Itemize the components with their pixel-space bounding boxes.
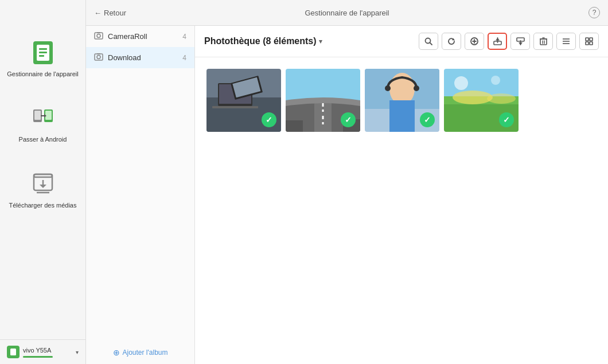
content-title: Photothèque (8 éléments) ▾: [204, 36, 414, 46]
svg-rect-19: [95, 54, 103, 60]
svg-rect-2: [39, 48, 47, 50]
svg-rect-15: [10, 349, 16, 355]
svg-point-71: [454, 76, 468, 90]
svg-point-70: [487, 93, 516, 104]
svg-rect-45: [590, 42, 593, 45]
svg-point-64: [385, 85, 391, 91]
svg-rect-50: [212, 106, 258, 108]
svg-rect-18: [97, 32, 100, 33]
svg-marker-30: [496, 38, 500, 41]
sidebar: Gestionnaire de l'appareil Passer à Andr…: [0, 0, 86, 364]
svg-rect-63: [389, 100, 415, 132]
svg-marker-33: [519, 42, 523, 45]
import-button[interactable]: [510, 33, 530, 50]
gestionnaire-label: Gestionnaire de l'appareil: [7, 70, 78, 78]
window-title: Gestionnaire de l'appareil: [305, 9, 389, 17]
svg-point-65: [414, 85, 419, 91]
album-cameraroll-count: 4: [182, 33, 186, 41]
svg-rect-3: [39, 52, 47, 53]
album-cameraroll-icon: [94, 32, 103, 41]
telecharger-label: Télécharger des médias: [9, 201, 76, 209]
refresh-button[interactable]: [442, 33, 461, 50]
svg-rect-44: [586, 42, 588, 45]
main-row: CameraRoll 4 Download 4 ⊕ Ajouter l'albu…: [86, 26, 608, 364]
sidebar-item-telecharger[interactable]: Télécharger des médias: [0, 166, 85, 214]
gestionnaire-icon: [29, 39, 57, 66]
photo-3-check: ✓: [420, 112, 435, 127]
main-content: CameraRoll 4 Download 4 ⊕ Ajouter l'albu…: [86, 26, 608, 364]
photo-item-3[interactable]: ✓: [365, 69, 439, 132]
list-view-button[interactable]: [556, 33, 576, 50]
svg-rect-4: [39, 55, 44, 57]
device-bar[interactable]: vivo Y55A ▾: [0, 339, 85, 364]
svg-rect-16: [95, 33, 103, 39]
passer-label: Passer à Android: [19, 135, 67, 143]
add-album-plus-icon: ⊕: [113, 348, 120, 357]
svg-point-17: [97, 34, 100, 38]
export-button[interactable]: [488, 33, 507, 50]
album-download-count: 4: [182, 54, 186, 62]
svg-rect-58: [286, 120, 303, 132]
delete-button[interactable]: [533, 33, 553, 50]
svg-rect-6: [34, 111, 41, 120]
title-chevron-icon: ▾: [319, 38, 322, 45]
toolbar: [419, 33, 599, 50]
sidebar-item-gestionnaire[interactable]: Gestionnaire de l'appareil: [0, 34, 85, 83]
album-panel: CameraRoll 4 Download 4 ⊕ Ajouter l'albu…: [86, 26, 195, 364]
svg-point-20: [97, 56, 100, 59]
back-arrow-icon: ←: [94, 9, 102, 17]
search-button[interactable]: [419, 33, 438, 50]
titlebar: ← Retour Gestionnaire de l'appareil ?: [86, 0, 608, 26]
telecharger-icon: [29, 170, 57, 198]
svg-marker-13: [40, 185, 46, 188]
svg-rect-53: [286, 69, 360, 100]
device-icon: [7, 346, 20, 358]
album-item-cameraroll[interactable]: CameraRoll 4: [86, 26, 194, 47]
photos-grid: ✓: [195, 57, 608, 143]
svg-rect-42: [586, 38, 588, 41]
svg-rect-21: [97, 53, 100, 54]
add-album-label: Ajouter l'album: [123, 349, 168, 357]
photo-4-check: ✓: [499, 112, 514, 127]
photo-1-check: ✓: [262, 112, 276, 127]
svg-point-69: [453, 91, 493, 104]
content-panel: Photothèque (8 éléments) ▾: [195, 26, 608, 364]
back-button[interactable]: ← Retour: [94, 9, 126, 17]
add-button[interactable]: [465, 33, 484, 50]
svg-line-23: [430, 42, 432, 45]
svg-point-72: [491, 76, 500, 85]
album-item-download[interactable]: Download 4: [86, 47, 194, 68]
svg-rect-8: [45, 111, 52, 120]
album-download-icon: [94, 53, 103, 62]
svg-rect-11: [34, 174, 52, 177]
passer-icon: [29, 104, 57, 132]
help-label: ?: [593, 9, 597, 17]
photo-item-1[interactable]: ✓: [206, 69, 281, 132]
add-album-button[interactable]: ⊕ Ajouter l'album: [86, 348, 194, 357]
device-name: vivo Y55A: [23, 347, 72, 354]
content-header: Photothèque (8 éléments) ▾: [195, 26, 608, 57]
storage-bar: [23, 356, 53, 358]
device-chevron-icon: ▾: [76, 349, 79, 355]
photo-2-check: ✓: [341, 112, 356, 127]
phototeque-title: Photothèque (8 éléments): [204, 36, 317, 46]
album-cameraroll-label: CameraRoll: [108, 32, 147, 41]
help-button[interactable]: ?: [588, 7, 600, 18]
album-download-label: Download: [108, 53, 141, 62]
back-label: Retour: [104, 9, 126, 17]
photo-item-4[interactable]: ✓: [444, 69, 519, 132]
photo-item-2[interactable]: ✓: [286, 69, 360, 132]
svg-rect-43: [590, 38, 593, 41]
grid-view-button[interactable]: [579, 33, 599, 50]
svg-rect-34: [540, 39, 547, 45]
sidebar-item-passer[interactable]: Passer à Android: [0, 100, 85, 148]
